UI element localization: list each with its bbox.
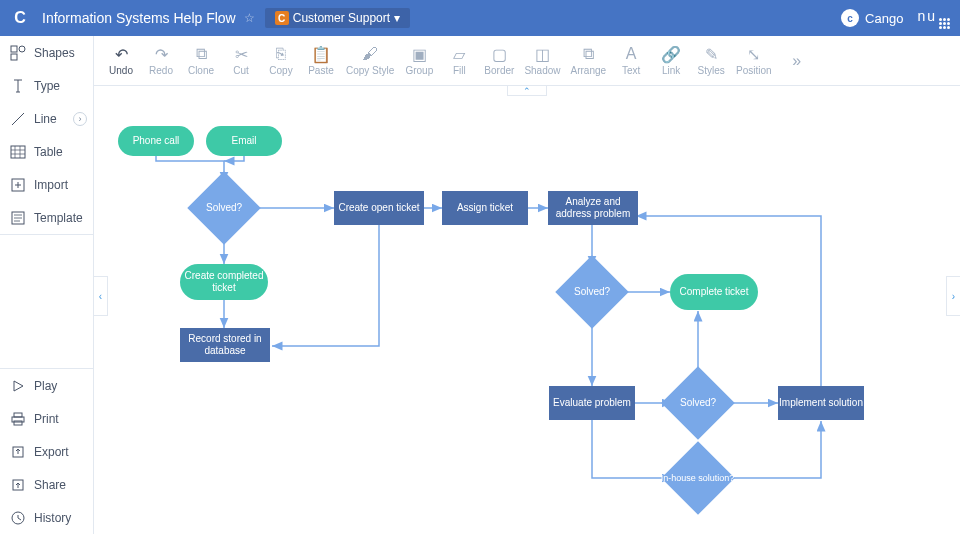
text-icon: A [622,45,640,63]
toolbar: ↶Undo ↷Redo ⧉Clone ✂Cut ⎘Copy 📋Paste 🖌Co… [94,36,960,86]
tool-position[interactable]: ⤡Position [732,39,776,83]
collapse-left-button[interactable]: ‹ [94,276,108,316]
tool-fill[interactable]: ▱Fill [440,39,478,83]
svg-rect-6 [14,413,22,417]
node-assign[interactable]: Assign ticket [442,191,528,225]
collapse-top-button[interactable]: ⌃ [507,86,547,96]
tool-paste[interactable]: 📋Paste [302,39,340,83]
tool-link[interactable]: 🔗Link [652,39,690,83]
line-icon [10,111,26,127]
tool-copy-style[interactable]: 🖌Copy Style [342,39,398,83]
undo-icon: ↶ [112,45,130,63]
sidebar-item-history[interactable]: History [0,501,93,534]
node-create-completed[interactable]: Create completed ticket [180,264,268,300]
sidebar: Shapes Type Line› Table Import Template … [0,36,94,534]
tag-icon: C [275,11,289,25]
chevron-down-icon: ▾ [394,11,400,25]
app-header: C Information Systems Help Flow ☆ C Cust… [0,0,960,36]
tool-clone[interactable]: ⧉Clone [182,39,220,83]
tag-label: Customer Support [293,11,390,25]
node-solved1[interactable]: Solved? [187,171,261,245]
node-record[interactable]: Record stored in database [180,328,270,362]
position-icon: ⤡ [745,45,763,63]
svg-rect-2 [11,54,17,60]
cut-icon: ✂ [232,45,250,63]
sidebar-item-import[interactable]: Import [0,168,93,201]
user-menu[interactable]: c Cango [841,9,903,27]
shadow-icon: ◫ [533,45,551,63]
node-implement[interactable]: Implement solution [778,386,864,420]
tool-group[interactable]: ▣Group [400,39,438,83]
redo-icon: ↷ [152,45,170,63]
fill-icon: ▱ [450,45,468,63]
node-create-open[interactable]: Create open ticket [334,191,424,225]
tool-text[interactable]: AText [612,39,650,83]
svg-rect-3 [11,146,25,158]
node-evaluate[interactable]: Evaluate problem [549,386,635,420]
print-icon [10,411,26,427]
sidebar-item-export[interactable]: Export [0,435,93,468]
link-icon: 🔗 [662,45,680,63]
avatar: c [841,9,859,27]
styles-icon: ✎ [702,45,720,63]
copy-icon: ⎘ [272,45,290,63]
arrange-icon: ⧉ [579,45,597,63]
table-icon [10,144,26,160]
tool-arrange[interactable]: ⧉Arrange [567,39,611,83]
history-icon [10,510,26,526]
paste-icon: 📋 [312,45,330,63]
sidebar-item-type[interactable]: Type [0,69,93,102]
sidebar-item-table[interactable]: Table [0,135,93,168]
brand-logo[interactable]: nu [917,8,950,29]
sidebar-item-play[interactable]: Play [0,369,93,402]
canvas[interactable]: ‹ › ⌃ [94,86,960,534]
category-tag[interactable]: C Customer Support ▾ [265,8,410,28]
shapes-icon [10,45,26,61]
sidebar-item-template[interactable]: Template [0,201,93,234]
group-icon: ▣ [410,45,428,63]
svg-rect-0 [11,46,17,52]
node-complete[interactable]: Complete ticket [670,274,758,310]
tool-border[interactable]: ▢Border [480,39,518,83]
export-icon [10,444,26,460]
user-name: Cango [865,11,903,26]
svg-point-1 [19,46,25,52]
border-icon: ▢ [490,45,508,63]
tool-copy[interactable]: ⎘Copy [262,39,300,83]
tool-cut[interactable]: ✂Cut [222,39,260,83]
template-icon [10,210,26,226]
node-email[interactable]: Email [206,126,282,156]
sidebar-item-share[interactable]: Share [0,468,93,501]
tool-shadow[interactable]: ◫Shadow [520,39,564,83]
clone-icon: ⧉ [192,45,210,63]
collapse-right-button[interactable]: › [946,276,960,316]
star-icon[interactable]: ☆ [244,11,255,25]
sidebar-item-print[interactable]: Print [0,402,93,435]
tool-more[interactable]: » [778,39,816,83]
sidebar-item-line[interactable]: Line› [0,102,93,135]
play-icon [10,378,26,394]
tool-redo[interactable]: ↷Redo [142,39,180,83]
node-inhouse[interactable]: In-house solution? [661,441,735,515]
tool-styles[interactable]: ✎Styles [692,39,730,83]
sidebar-item-shapes[interactable]: Shapes [0,36,93,69]
tool-undo[interactable]: ↶Undo [102,39,140,83]
document-title[interactable]: Information Systems Help Flow [42,10,236,26]
chevron-right-icon: › [73,112,87,126]
copy-style-icon: 🖌 [361,45,379,63]
node-analyze[interactable]: Analyze and address problem [548,191,638,225]
more-icon: » [788,52,806,70]
node-solved2[interactable]: Solved? [555,255,629,329]
type-icon [10,78,26,94]
logo-icon[interactable]: C [10,8,30,28]
node-solved3[interactable]: Solved? [661,366,735,440]
node-phone-call[interactable]: Phone call [118,126,194,156]
import-icon [10,177,26,193]
share-icon [10,477,26,493]
